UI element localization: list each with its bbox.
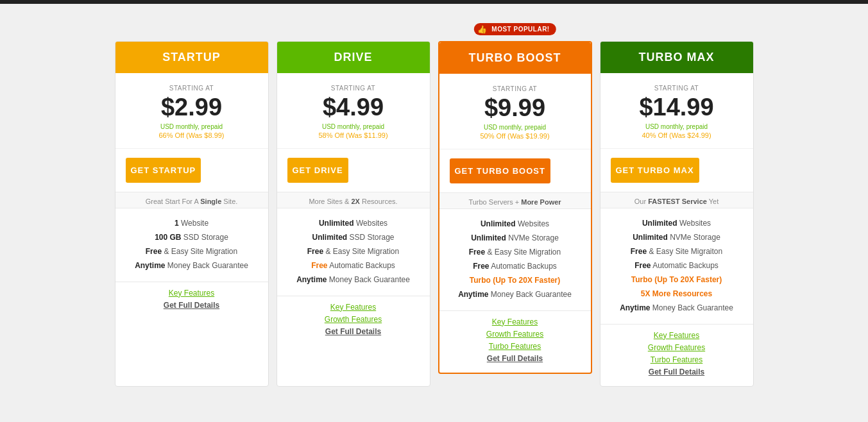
feature-item: Anytime Money Back Guarantee bbox=[286, 275, 421, 284]
plan-tagline-turboboost: Turbo Servers + More Power bbox=[439, 192, 591, 209]
plan-links-startup: Key FeaturesGet Full Details bbox=[115, 282, 268, 319]
plan-card-drive: DRIVE STARTING AT $4.99 USD monthly, pre… bbox=[277, 41, 430, 387]
price-note-turboboost: USD monthly, prepaid bbox=[446, 124, 584, 131]
price-note-startup: USD monthly, prepaid bbox=[122, 123, 262, 130]
most-popular-badge: MOST POPULAR! bbox=[473, 23, 556, 35]
feature-item: 5X More Resources bbox=[609, 289, 744, 298]
price-note-turbomax: USD monthly, prepaid bbox=[607, 123, 747, 130]
plan-features-turboboost: Unlimited WebsitesUnlimited NVMe Storage… bbox=[439, 209, 591, 311]
plan-links-turboboost: Key FeaturesGrowth FeaturesTurbo Feature… bbox=[439, 311, 591, 373]
link-key-features-turbomax[interactable]: Key Features bbox=[609, 331, 744, 340]
plan-pricing-drive: STARTING AT $4.99 USD monthly, prepaid 5… bbox=[277, 73, 430, 149]
plan-price-turbomax: $14.99 bbox=[607, 94, 747, 121]
plan-price-startup: $2.99 bbox=[122, 94, 262, 121]
feature-item: Turbo (Up To 20X Faster) bbox=[448, 276, 582, 285]
plan-name-startup: STARTUP bbox=[122, 51, 262, 64]
discount-drive: 58% Off (Was $11.99) bbox=[284, 131, 423, 139]
discount-turboboost: 50% Off (Was $19.99) bbox=[446, 132, 584, 140]
feature-item: Anytime Money Back Guarantee bbox=[124, 261, 259, 270]
plan-name-drive: DRIVE bbox=[284, 51, 423, 64]
feature-item: 100 GB SSD Storage bbox=[124, 233, 259, 242]
feature-item: Unlimited Websites bbox=[286, 219, 421, 228]
cta-btn-turboboost[interactable]: GET TURBO BOOST bbox=[450, 158, 550, 183]
link-growth-features-drive[interactable]: Growth Features bbox=[286, 315, 421, 324]
link-turbo-features-turbomax[interactable]: Turbo Features bbox=[609, 355, 744, 364]
plan-pricing-turboboost: STARTING AT $9.99 USD monthly, prepaid 5… bbox=[439, 74, 591, 149]
feature-item: Anytime Money Back Guarantee bbox=[448, 290, 582, 299]
discount-turbomax: 40% Off (Was $24.99) bbox=[607, 131, 747, 139]
feature-item: Free & Easy Site Migration bbox=[124, 247, 259, 256]
price-note-drive: USD monthly, prepaid bbox=[284, 123, 423, 130]
feature-item: Free Automatic Backups bbox=[609, 261, 744, 270]
feature-item: Free & Easy Site Migration bbox=[448, 248, 582, 257]
link-key-features-startup[interactable]: Key Features bbox=[124, 289, 259, 298]
feature-item: Free Automatic Backups bbox=[448, 262, 582, 271]
link-key-features-turboboost[interactable]: Key Features bbox=[448, 317, 582, 326]
plans-container: STARTUP STARTING AT $2.99 USD monthly, p… bbox=[6, 22, 862, 387]
plan-tagline-startup: Great Start For A Single Site. bbox=[115, 192, 268, 208]
feature-item: Free Automatic Backups bbox=[286, 261, 421, 270]
plan-card-turbomax: TURBO MAX STARTING AT $14.99 USD monthly… bbox=[600, 41, 754, 387]
plan-features-startup: 1 Website100 GB SSD StorageFree & Easy S… bbox=[115, 208, 268, 282]
link-growth-features-turboboost[interactable]: Growth Features bbox=[448, 330, 582, 339]
starting-at-label: STARTING AT bbox=[284, 85, 423, 92]
plan-pricing-turbomax: STARTING AT $14.99 USD monthly, prepaid … bbox=[600, 73, 753, 149]
link-get-full-details-startup[interactable]: Get Full Details bbox=[124, 301, 259, 310]
feature-item: Unlimited Websites bbox=[609, 219, 744, 228]
plan-card-turboboost: TURBO BOOST STARTING AT $9.99 USD monthl… bbox=[438, 41, 592, 374]
plan-header-drive: DRIVE bbox=[277, 42, 430, 73]
cta-btn-turbomax[interactable]: GET TURBO MAX bbox=[611, 158, 699, 183]
link-get-full-details-turboboost[interactable]: Get Full Details bbox=[448, 354, 582, 363]
plan-links-drive: Key FeaturesGrowth FeaturesGet Full Deta… bbox=[277, 296, 430, 346]
plan-features-turbomax: Unlimited WebsitesUnlimited NVMe Storage… bbox=[600, 208, 753, 325]
plan-tagline-drive: More Sites & 2X Resources. bbox=[277, 192, 430, 208]
cta-btn-drive[interactable]: GET DRIVE bbox=[287, 158, 348, 183]
plan-header-startup: STARTUP bbox=[115, 42, 268, 73]
starting-at-label: STARTING AT bbox=[122, 85, 262, 92]
link-growth-features-turbomax[interactable]: Growth Features bbox=[609, 343, 744, 352]
plan-header-turbomax: TURBO MAX bbox=[600, 42, 753, 73]
link-get-full-details-turbomax[interactable]: Get Full Details bbox=[609, 367, 744, 376]
link-key-features-drive[interactable]: Key Features bbox=[286, 303, 421, 312]
link-get-full-details-drive[interactable]: Get Full Details bbox=[286, 327, 421, 336]
plan-pricing-startup: STARTING AT $2.99 USD monthly, prepaid 6… bbox=[115, 73, 268, 149]
feature-item: Free & Easy Site Migraiton bbox=[609, 247, 744, 256]
feature-item: Unlimited Websites bbox=[448, 219, 582, 228]
feature-item: Unlimited NVMe Storage bbox=[609, 233, 744, 242]
feature-item: Unlimited SSD Storage bbox=[286, 233, 421, 242]
plan-features-drive: Unlimited WebsitesUnlimited SSD StorageF… bbox=[277, 208, 430, 296]
feature-item: Free & Easy Site Migration bbox=[286, 247, 421, 256]
plan-name-turbomax: TURBO MAX bbox=[607, 51, 747, 64]
cta-btn-startup[interactable]: GET STARTUP bbox=[126, 158, 201, 183]
feature-item: Anytime Money Back Guarantee bbox=[609, 303, 744, 312]
starting-at-label: STARTING AT bbox=[446, 85, 584, 92]
link-turbo-features-turboboost[interactable]: Turbo Features bbox=[448, 342, 582, 351]
plan-price-turboboost: $9.99 bbox=[446, 95, 584, 122]
plan-name-turboboost: TURBO BOOST bbox=[446, 51, 584, 65]
top-bar bbox=[0, 0, 868, 4]
feature-item: Turbo (Up To 20X Faster) bbox=[609, 275, 744, 284]
plan-header-turboboost: TURBO BOOST bbox=[439, 42, 591, 74]
discount-startup: 66% Off (Was $8.99) bbox=[122, 131, 262, 139]
plan-price-drive: $4.99 bbox=[284, 94, 423, 121]
starting-at-label: STARTING AT bbox=[607, 85, 747, 92]
turboboost-wrapper: MOST POPULAR!TURBO BOOST STARTING AT $9.… bbox=[438, 41, 592, 387]
plan-tagline-turbomax: Our FASTEST Service Yet bbox=[600, 192, 753, 208]
feature-item: 1 Website bbox=[124, 219, 259, 228]
plan-card-startup: STARTUP STARTING AT $2.99 USD monthly, p… bbox=[115, 41, 269, 387]
plan-links-turbomax: Key FeaturesGrowth FeaturesTurbo Feature… bbox=[600, 325, 753, 386]
feature-item: Unlimited NVMe Storage bbox=[448, 233, 582, 242]
